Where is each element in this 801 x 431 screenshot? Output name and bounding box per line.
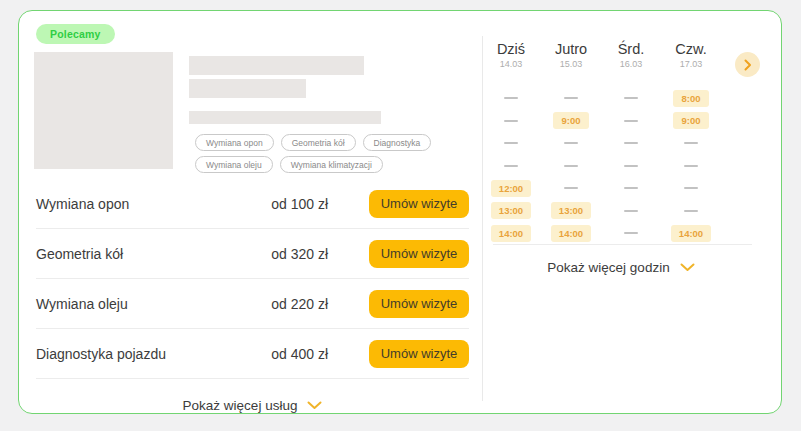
empty-slot-dash bbox=[504, 120, 518, 122]
service-name: Diagnostyka pojazdu bbox=[36, 346, 238, 362]
empty-slot-dash bbox=[564, 165, 578, 167]
service-price: od 220 zł bbox=[238, 296, 328, 312]
service-name: Geometria kół bbox=[36, 246, 238, 262]
days-header: Dziś 14.03 Jutro 15.03 Śrd. 16.03 Czw. 1… bbox=[481, 41, 721, 69]
empty-slot-dash bbox=[624, 210, 638, 212]
service-tag: Geometria kół bbox=[281, 134, 356, 151]
time-slot[interactable]: 9:00 bbox=[673, 112, 708, 129]
time-slot[interactable]: 13:00 bbox=[551, 202, 591, 219]
next-days-button[interactable] bbox=[735, 52, 760, 77]
schedule-divider bbox=[493, 244, 752, 245]
service-tag: Wymiana oleju bbox=[195, 156, 273, 173]
empty-slot-dash bbox=[504, 142, 518, 144]
services-list: Wymiana opon od 100 zł Umów wizyte Geome… bbox=[36, 179, 469, 379]
workshop-card: Polecamy Wymiana oponGeometria kółDiagno… bbox=[18, 10, 782, 414]
empty-slot-dash bbox=[684, 210, 698, 212]
show-more-hours-button[interactable]: Pokaż więcej godzin bbox=[481, 251, 761, 283]
page-background: Polecamy Wymiana oponGeometria kółDiagno… bbox=[0, 0, 801, 431]
empty-slot-dash bbox=[504, 97, 518, 99]
chevron-down-icon bbox=[680, 263, 695, 272]
day-date: 15.03 bbox=[541, 59, 601, 69]
day-date: 17.03 bbox=[661, 59, 721, 69]
chevron-down-icon bbox=[307, 401, 322, 410]
empty-slot-dash bbox=[624, 97, 638, 99]
time-slot[interactable]: 8:00 bbox=[673, 90, 708, 107]
service-tag: Wymiana opon bbox=[195, 134, 274, 151]
service-tag: Diagnostyka bbox=[363, 134, 432, 151]
time-slot[interactable]: 14:00 bbox=[491, 225, 531, 242]
empty-slot-dash bbox=[624, 142, 638, 144]
service-tags: Wymiana oponGeometria kółDiagnostykaWymi… bbox=[195, 134, 445, 173]
day-column-header: Dziś 14.03 bbox=[481, 41, 541, 69]
empty-slot-dash bbox=[684, 142, 698, 144]
day-name: Śrd. bbox=[601, 41, 661, 57]
empty-slot-dash bbox=[564, 97, 578, 99]
empty-slot-dash bbox=[624, 232, 638, 234]
day-name: Dziś bbox=[481, 41, 541, 57]
book-visit-button[interactable]: Umów wizyte bbox=[369, 240, 469, 268]
day-name: Jutro bbox=[541, 41, 601, 57]
empty-slot-dash bbox=[504, 165, 518, 167]
service-row: Diagnostyka pojazdu od 400 zł Umów wizyt… bbox=[36, 329, 469, 379]
day-date: 14.03 bbox=[481, 59, 541, 69]
workshop-name-placeholder bbox=[189, 56, 364, 75]
time-slot[interactable]: 13:00 bbox=[491, 202, 531, 219]
service-name: Wymiana oleju bbox=[36, 296, 238, 312]
day-column-header: Śrd. 16.03 bbox=[601, 41, 661, 69]
slots-grid: 8:009:009:0012:0013:0013:0014:0014:0014:… bbox=[481, 87, 721, 245]
recommended-badge: Polecamy bbox=[36, 24, 115, 44]
book-visit-button[interactable]: Umów wizyte bbox=[369, 340, 469, 368]
service-row: Wymiana opon od 100 zł Umów wizyte bbox=[36, 179, 469, 229]
service-row: Geometria kół od 320 zł Umów wizyte bbox=[36, 229, 469, 279]
empty-slot-dash bbox=[684, 165, 698, 167]
chevron-right-icon bbox=[744, 59, 752, 71]
service-tag: Wymiana klimatyzacji bbox=[280, 156, 383, 173]
workshop-photo-placeholder bbox=[34, 52, 173, 169]
empty-slot-dash bbox=[624, 120, 638, 122]
service-price: od 320 zł bbox=[238, 246, 328, 262]
workshop-subtitle-placeholder bbox=[189, 79, 306, 98]
day-column-header: Czw. 17.03 bbox=[661, 41, 721, 69]
book-visit-button[interactable]: Umów wizyte bbox=[369, 190, 469, 218]
empty-slot-dash bbox=[564, 187, 578, 189]
service-price: od 100 zł bbox=[238, 196, 328, 212]
empty-slot-dash bbox=[624, 165, 638, 167]
service-price: od 400 zł bbox=[238, 346, 328, 362]
service-name: Wymiana opon bbox=[36, 196, 238, 212]
workshop-address-placeholder bbox=[189, 111, 381, 124]
day-name: Czw. bbox=[661, 41, 721, 57]
time-slot[interactable]: 14:00 bbox=[551, 225, 591, 242]
day-date: 16.03 bbox=[601, 59, 661, 69]
service-row: Wymiana oleju od 220 zł Umów wizyte bbox=[36, 279, 469, 329]
show-more-services-button[interactable]: Pokaż więcej usług bbox=[36, 389, 469, 421]
time-slot[interactable]: 12:00 bbox=[491, 180, 531, 197]
empty-slot-dash bbox=[684, 187, 698, 189]
show-more-hours-label: Pokaż więcej godzin bbox=[547, 260, 669, 275]
show-more-services-label: Pokaż więcej usług bbox=[183, 398, 298, 413]
time-slot[interactable]: 9:00 bbox=[553, 112, 588, 129]
day-column-header: Jutro 15.03 bbox=[541, 41, 601, 69]
book-visit-button[interactable]: Umów wizyte bbox=[369, 290, 469, 318]
empty-slot-dash bbox=[624, 187, 638, 189]
time-slot[interactable]: 14:00 bbox=[671, 225, 711, 242]
empty-slot-dash bbox=[564, 142, 578, 144]
